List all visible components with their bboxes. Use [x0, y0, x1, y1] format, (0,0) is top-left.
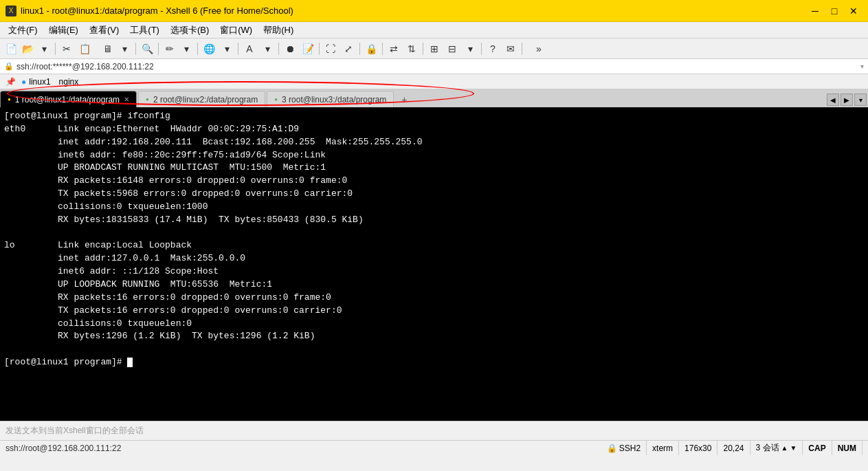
tab-add-button[interactable]: +	[397, 92, 412, 107]
window-controls: ─ □ ✕	[806, 3, 863, 19]
send-bar: 发送文本到当前Xshell窗口的全部会话	[0, 421, 868, 440]
status-term-text: xterm	[652, 443, 673, 453]
menu-view[interactable]: 查看(V)	[84, 23, 124, 38]
close-button[interactable]: ✕	[845, 3, 863, 19]
tb-search[interactable]: 🔍	[139, 41, 155, 57]
session-linux1[interactable]: ● linux1	[19, 76, 54, 88]
tab-2[interactable]: ● 2 root@linux2:/data/program	[138, 91, 265, 107]
address-dropdown-icon[interactable]: ▾	[860, 63, 864, 70]
menu-window[interactable]: 窗口(W)	[214, 23, 258, 38]
status-size: 176x30	[679, 441, 717, 455]
status-term: xterm	[647, 441, 679, 455]
session-dot-linux1: ●	[21, 77, 26, 87]
session-bar: 📌 ● linux1 nginx	[0, 74, 868, 89]
tb-lock[interactable]: 🔒	[363, 41, 379, 57]
status-address: ssh://root@192.168.200.111:22	[5, 443, 601, 453]
status-sessions: 3 会话 ▲ ▼	[750, 441, 803, 455]
status-cap: CAP	[803, 441, 832, 455]
status-position-text: 20,24	[723, 443, 744, 453]
session-label-linux1: linux1	[29, 77, 50, 87]
tb-new[interactable]: 📄	[3, 41, 19, 57]
tab-dot-2: ●	[146, 96, 149, 102]
tb-msg[interactable]: ✉	[502, 41, 519, 57]
session-label-nginx: nginx	[59, 77, 79, 87]
tab-1[interactable]: ● 1 root@linux1:/data/program ✕	[0, 91, 137, 107]
tb-compose[interactable]: ✏	[162, 41, 178, 57]
tb-record[interactable]: ⏺	[282, 41, 298, 57]
tab-menu-button[interactable]: ▾	[854, 94, 867, 106]
tb-font-arrow[interactable]: ▾	[259, 41, 276, 57]
tab-bar: ● 1 root@linux1:/data/program ✕ ● 2 root…	[0, 89, 868, 107]
tab-dot-1: ●	[8, 96, 11, 102]
tab-3[interactable]: ● 3 root@linux3:/data/program	[267, 91, 394, 107]
status-num: NUM	[832, 441, 863, 455]
tb-scissors[interactable]: ✂	[58, 41, 75, 57]
menu-tools[interactable]: 工具(T)	[124, 23, 165, 38]
tb-layout[interactable]: ⊞	[426, 41, 443, 57]
tb-script[interactable]: 📝	[300, 41, 316, 57]
status-bar: ssh://root@192.168.200.111:22 🔒 SSH2 xte…	[0, 440, 868, 455]
pin-icon: 📌	[5, 77, 16, 87]
tab-nav: ◀ ▶ ▾	[825, 92, 868, 107]
status-ssh: 🔒 SSH2	[601, 441, 647, 455]
tb-fullscreen[interactable]: ⛶	[322, 41, 339, 57]
tb-help[interactable]: ?	[485, 41, 501, 57]
terminal-output: [root@linux1 program]# ifconfig eth0 Lin…	[4, 110, 864, 369]
tab-label-3: 3 root@linux3:/data/program	[282, 95, 386, 105]
terminal[interactable]: [root@linux1 program]# ifconfig eth0 Lin…	[0, 107, 868, 421]
tb-arrow-down[interactable]: ▾	[36, 41, 52, 57]
tb-font[interactable]: A	[241, 41, 258, 57]
status-up-arrow[interactable]: ▲	[781, 444, 788, 452]
tb-transfer2[interactable]: ⇅	[403, 41, 420, 57]
title-text: linux1 - root@linux1:/data/program - Xsh…	[21, 6, 293, 16]
app-icon: X	[5, 6, 16, 17]
menu-edit[interactable]: 编辑(E)	[43, 23, 84, 38]
status-down-arrow[interactable]: ▼	[790, 444, 797, 452]
tb-expand2[interactable]: ⤢	[340, 41, 357, 57]
tb-copy[interactable]: 📋	[76, 41, 93, 57]
tb-globe[interactable]: 🌐	[201, 41, 217, 57]
tb-connect[interactable]: 🖥	[100, 41, 116, 57]
status-num-text: NUM	[838, 443, 856, 453]
tab-next-button[interactable]: ▶	[841, 94, 853, 106]
tab-label-1: 1 root@linux1:/data/program	[15, 95, 120, 105]
tb-open[interactable]: 📂	[19, 41, 36, 57]
status-sessions-text: 3 会话	[756, 442, 779, 454]
lock-icon: 🔒	[4, 62, 14, 71]
tab-label-2: 2 root@linux2:/data/program	[153, 95, 258, 105]
toolbar: 📄 📂 ▾ ✂ 📋 🖥 ▾ 🔍 ✏ ▾ 🌐 ▾ A ▾ ⏺ 📝 ⛶ ⤢ 🔒 ⇄ …	[0, 39, 868, 59]
tb-transfer[interactable]: ⇄	[386, 41, 402, 57]
tab-dot-3: ●	[274, 96, 278, 102]
status-position: 20,24	[717, 441, 750, 455]
menu-bar: 文件(F) 编辑(E) 查看(V) 工具(T) 选项卡(B) 窗口(W) 帮助(…	[0, 22, 868, 39]
tab-close-1[interactable]: ✕	[124, 96, 129, 103]
session-nginx[interactable]: nginx	[56, 76, 82, 88]
tb-layout2[interactable]: ⊟	[444, 41, 460, 57]
tab-prev-button[interactable]: ◀	[827, 94, 839, 106]
address-bar: 🔒 ssh://root:******@192.168.200.111:22 ▾	[0, 59, 868, 74]
tb-extra-arrow[interactable]: »	[525, 41, 553, 57]
tb-layout-arrow[interactable]: ▾	[462, 41, 478, 57]
tb-arrow3[interactable]: ▾	[178, 41, 194, 57]
status-size-text: 176x30	[685, 443, 711, 453]
menu-help[interactable]: 帮助(H)	[258, 23, 299, 38]
minimize-button[interactable]: ─	[806, 3, 824, 19]
tb-globe-arrow[interactable]: ▾	[219, 41, 235, 57]
maximize-button[interactable]: □	[825, 3, 843, 19]
menu-tabs[interactable]: 选项卡(B)	[165, 23, 214, 38]
title-bar: X linux1 - root@linux1:/data/program - X…	[0, 0, 868, 22]
tb-arrow2[interactable]: ▾	[116, 41, 133, 57]
status-cap-text: CAP	[808, 443, 825, 453]
send-bar-placeholder: 发送文本到当前Xshell窗口的全部会话	[5, 425, 144, 437]
status-lock-icon: 🔒	[607, 443, 617, 453]
address-text: ssh://root:******@192.168.200.111:22	[16, 62, 154, 72]
status-ssh-text: SSH2	[619, 443, 641, 453]
menu-file[interactable]: 文件(F)	[3, 23, 43, 38]
